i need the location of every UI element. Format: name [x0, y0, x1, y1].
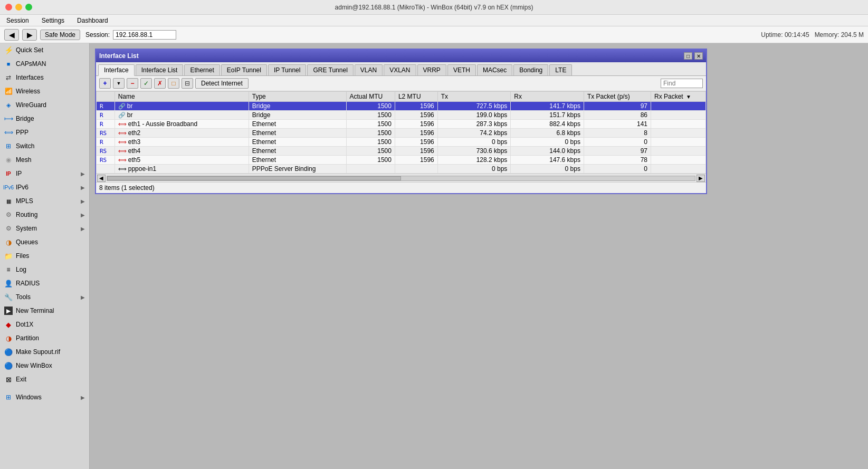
maximize-button[interactable] [25, 4, 32, 11]
tab-veth[interactable]: VETH [447, 64, 476, 75]
enable-button[interactable]: ✓ [140, 78, 152, 89]
col-l2-mtu[interactable]: L2 MTU [395, 92, 437, 102]
sidebar-item-ip[interactable]: IP IP ▶ [0, 167, 89, 180]
tab-interface-list[interactable]: Interface List [136, 64, 184, 75]
table-row[interactable]: RS⟺ eth4Ethernet15001596730.6 kbps144.0 … [97, 147, 706, 156]
menu-dashboard[interactable]: Dashboard [75, 16, 110, 25]
table-row[interactable]: R🔗 brBridge15001596727.5 kbps141.7 kbps9… [97, 102, 706, 111]
sidebar-item-switch[interactable]: ⊞ Switch [0, 139, 89, 153]
row-tx-packet: 97 [584, 102, 651, 111]
tab-gre-tunnel[interactable]: GRE Tunnel [307, 64, 353, 75]
scroll-right-button[interactable]: ▶ [697, 175, 705, 182]
scroll-thumb[interactable] [107, 176, 401, 180]
sidebar-item-ipv6[interactable]: IPv6 IPv6 ▶ [0, 180, 89, 194]
row-flags: RS [97, 156, 115, 165]
menu-session[interactable]: Session [4, 16, 31, 25]
col-type[interactable]: Type [249, 92, 346, 102]
tab-macsec[interactable]: MACsec [477, 64, 512, 75]
scroll-track[interactable] [107, 176, 695, 181]
table-row[interactable]: ⟺ pppoe-in1PPPoE Server Binding0 bps0 bp… [97, 165, 706, 174]
sidebar-item-windows[interactable]: ⊞ Windows ▶ [0, 390, 89, 404]
tab-vxlan[interactable]: VXLAN [384, 64, 416, 75]
sidebar-item-system[interactable]: ⚙ System ▶ [0, 222, 89, 235]
sidebar-item-routing[interactable]: ⚙ Routing ▶ [0, 208, 89, 222]
interface-type-icon: ⟺ [118, 139, 128, 145]
tab-lte[interactable]: LTE [549, 64, 572, 75]
row-name: 🔗 br [115, 111, 249, 120]
sidebar-item-quick-set[interactable]: ⚡ Quick Set [0, 43, 89, 57]
interface-type-icon: ⟺ [118, 166, 128, 172]
tab-bonding[interactable]: Bonding [513, 64, 548, 75]
sidebar-item-make-supout[interactable]: 🔵 Make Supout.rif [0, 345, 89, 359]
window-restore-button[interactable]: □ [684, 52, 692, 60]
table-row[interactable]: R⟺ eth3Ethernet150015960 bps0 bps0 [97, 138, 706, 147]
add-dropdown-button[interactable]: ▼ [113, 78, 125, 89]
col-tx-packet[interactable]: Tx Packet (p/s) [584, 92, 651, 102]
col-actual-mtu[interactable]: Actual MTU [346, 92, 395, 102]
sidebar-item-exit[interactable]: ⊠ Exit [0, 372, 89, 386]
row-flags: R [97, 102, 115, 111]
sidebar-item-ppp[interactable]: ⟺ PPP [0, 126, 89, 139]
tab-interface[interactable]: Interface [98, 64, 135, 76]
row-flags [97, 165, 115, 174]
col-rx-packet[interactable]: Rx Packet ▼ [651, 92, 706, 102]
tab-eoip-tunnel[interactable]: EoIP Tunnel [221, 64, 267, 75]
sidebar-item-radius[interactable]: 👤 RADIUS [0, 276, 89, 290]
make-supout-icon: 🔵 [4, 348, 13, 356]
find-input[interactable] [661, 79, 703, 88]
sidebar-item-queues[interactable]: ◑ Queues [0, 235, 89, 249]
forward-button[interactable]: ▶ [22, 29, 37, 41]
horizontal-scrollbar[interactable]: ◀ ▶ [96, 174, 706, 182]
menu-settings[interactable]: Settings [40, 16, 66, 25]
window-controls[interactable]: □ ✕ [684, 52, 703, 60]
tab-ip-tunnel[interactable]: IP Tunnel [268, 64, 306, 75]
row-name: 🔗 br [115, 102, 249, 111]
sidebar-item-mpls[interactable]: ▦ MPLS ▶ [0, 194, 89, 208]
window-close-button[interactable]: ✕ [694, 52, 703, 60]
tab-vrrp[interactable]: VRRP [417, 64, 446, 75]
sidebar-item-wireless[interactable]: 📶 Wireless [0, 84, 89, 98]
tab-vlan[interactable]: VLAN [355, 64, 383, 75]
window-buttons[interactable] [5, 4, 32, 11]
table-row[interactable]: RS⟺ eth5Ethernet15001596128.2 kbps147.6 … [97, 156, 706, 165]
add-button[interactable]: + [99, 78, 111, 89]
col-rx[interactable]: Rx [511, 92, 584, 102]
tools-arrow-icon: ▶ [81, 294, 85, 300]
sidebar-item-new-terminal[interactable]: ▶ New Terminal [0, 304, 89, 318]
sidebar-item-mesh[interactable]: ◉ Mesh [0, 153, 89, 167]
row-tx-packet: 78 [584, 156, 651, 165]
row-l2-mtu: 1596 [395, 138, 437, 147]
system-icon: ⚙ [4, 224, 13, 233]
sidebar-item-partition[interactable]: ◑ Partition [0, 331, 89, 345]
mpls-icon: ▦ [4, 197, 13, 205]
table-row[interactable]: RS⟺ eth2Ethernet1500159674.2 kbps6.8 kbp… [97, 129, 706, 138]
table-row[interactable]: R🔗 brBridge15001596199.0 kbps151.7 kbps8… [97, 111, 706, 120]
detect-internet-button[interactable]: Detect Internet [195, 78, 249, 89]
safe-mode-button[interactable]: Safe Mode [40, 30, 80, 40]
table-row[interactable]: R⟺ eth1 - Aussie BroadbandEthernet150015… [97, 120, 706, 129]
tab-ethernet[interactable]: Ethernet [184, 64, 220, 75]
sidebar-item-files[interactable]: 📁 Files [0, 249, 89, 263]
col-tx[interactable]: Tx [437, 92, 511, 102]
sidebar-item-new-winbox[interactable]: 🔵 New WinBox [0, 359, 89, 372]
sidebar-item-capsman[interactable]: ■ CAPsMAN [0, 57, 89, 71]
sidebar-item-tools[interactable]: 🔧 Tools ▶ [0, 290, 89, 304]
sidebar-item-interfaces[interactable]: ⇄ Interfaces [0, 71, 89, 84]
remove-button[interactable]: − [127, 78, 138, 89]
comment-button[interactable]: □ [168, 78, 179, 89]
sidebar-item-bridge[interactable]: ⟼ Bridge [0, 112, 89, 126]
filter-button[interactable]: ⊟ [182, 78, 193, 89]
row-actual-mtu [346, 165, 395, 174]
scroll-left-button[interactable]: ◀ [97, 175, 106, 182]
close-button[interactable] [5, 4, 12, 11]
row-rx: 144.0 kbps [511, 147, 584, 156]
back-button[interactable]: ◀ [4, 29, 19, 41]
col-name[interactable]: Name [115, 92, 249, 102]
session-input[interactable] [113, 30, 176, 40]
minimize-button[interactable] [15, 4, 22, 11]
sidebar-item-log[interactable]: ≡ Log [0, 263, 89, 276]
sidebar-item-wireguard[interactable]: ◈ WireGuard [0, 98, 89, 112]
sidebar-item-dot1x[interactable]: ◆ Dot1X [0, 318, 89, 331]
disable-button[interactable]: ✗ [154, 78, 166, 89]
row-actual-mtu: 1500 [346, 156, 395, 165]
